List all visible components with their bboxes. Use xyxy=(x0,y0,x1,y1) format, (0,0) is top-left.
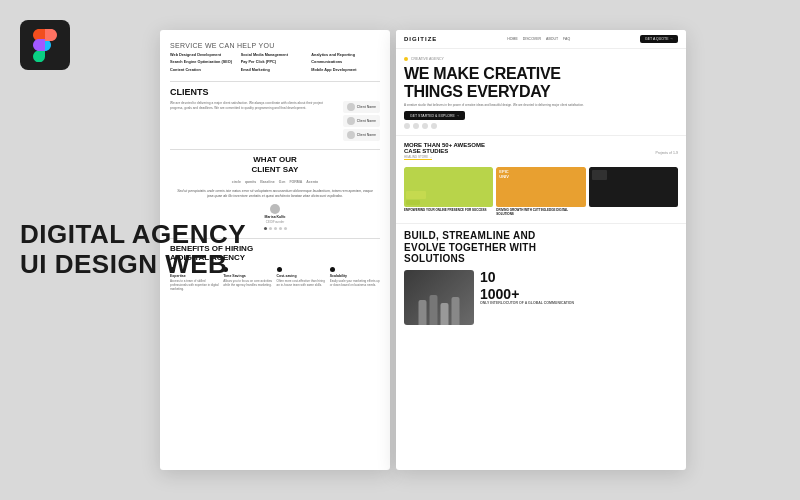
build-title: BUILD, STREAMLINE AND EVOLVE TOGETHER WI… xyxy=(404,230,678,265)
avatar xyxy=(347,117,355,125)
list-item: Email Marketing xyxy=(241,68,310,73)
client-card: Client Name xyxy=(343,115,380,127)
client-card: Client Name xyxy=(343,129,380,141)
build-image xyxy=(404,270,474,325)
clients-content: We are devoted to delivering a major cli… xyxy=(170,101,380,141)
case-image-3 xyxy=(589,167,678,207)
case-image-2: EPICUNIV xyxy=(496,167,585,207)
nav-logo: DIGITIZE xyxy=(404,36,437,42)
case-label-2: DRIVING GROWTH WITH CUTTING-EDGE DIGITAL… xyxy=(496,209,585,217)
list-item: Web Designed Development xyxy=(170,53,239,58)
dot-4[interactable] xyxy=(279,227,282,230)
benefit-item: Scalability Easily scale your marketing … xyxy=(330,267,380,292)
right-page: DIGITIZE HOME DISCOVER ABOUT FAQ GET A Q… xyxy=(396,30,686,470)
quote-text: Sed ut perspiciatis unde omnis iste natu… xyxy=(170,189,380,200)
list-item: Communications xyxy=(311,60,380,65)
avatar xyxy=(347,131,355,139)
benefit-dot xyxy=(277,267,282,272)
case-image-1 xyxy=(404,167,493,207)
case-card-2: EPICUNIV DRIVING GROWTH WITH CUTTING-EDG… xyxy=(496,167,585,217)
navbar: DIGITIZE HOME DISCOVER ABOUT FAQ GET A Q… xyxy=(396,30,686,49)
case-studies-section: MORE THAN 50+ AWESOME CASE STUDIES HEALI… xyxy=(396,135,686,223)
service-grid: Web Designed Development Social Media Ma… xyxy=(170,53,380,73)
hero-section: CREATIVE AGENCY WE MAKE CREATIVE THINGS … xyxy=(396,49,686,135)
hero-title: WE MAKE CREATIVE THINGS EVERYDAY xyxy=(404,65,678,100)
left-label: DIGITAL AGENCY UI DESIGN WEB xyxy=(20,220,246,280)
testimonial-title: WHAT OUR CLIENT SAY xyxy=(170,155,380,174)
build-image-bg xyxy=(404,270,474,325)
list-item: Search Engine Optimization (SEO) xyxy=(170,60,239,65)
stat-1: 10 xyxy=(480,270,574,284)
list-item: Pay Per Click (PPC) xyxy=(241,60,310,65)
case-header: MORE THAN 50+ AWESOME CASE STUDIES HEALI… xyxy=(404,142,678,163)
nav-link-about[interactable]: ABOUT xyxy=(546,37,558,41)
benefit-dot xyxy=(330,267,335,272)
case-overlay-text: EPICUNIV xyxy=(499,170,509,179)
instagram-icon[interactable] xyxy=(422,123,428,129)
author-role: CEO/Founder xyxy=(266,220,285,224)
avatar xyxy=(347,103,355,111)
nav-cta-button[interactable]: GET A QUOTE → xyxy=(640,35,678,43)
case-title: MORE THAN 50+ AWESOME CASE STUDIES HEALI… xyxy=(404,142,485,163)
stat-number-2: 1000+ xyxy=(480,287,574,301)
stat-2: 1000+ ONLY INTERLOCUTOR OF A GLOBAL COMM… xyxy=(480,287,574,306)
dot-5[interactable] xyxy=(284,227,287,230)
author-name: Marisa Kulfo xyxy=(264,215,285,219)
page-title-line2: UI DESIGN WEB xyxy=(20,250,246,280)
build-section: BUILD, STREAMLINE AND EVOLVE TOGETHER WI… xyxy=(396,223,686,331)
service-section: SERVICE WE CAN HELP YOU Web Designed Dev… xyxy=(170,42,380,73)
logos-row: circle qamits Baseline G.m FORMA Acento xyxy=(170,180,380,184)
clients-text: We are devoted to delivering a major cli… xyxy=(170,101,337,111)
hero-tag-label: CREATIVE AGENCY xyxy=(411,57,444,61)
list-item: Mobile App Development xyxy=(311,68,380,73)
build-bottom: 10 1000+ ONLY INTERLOCUTOR OF A GLOBAL C… xyxy=(404,270,678,325)
case-cards-grid: EMPOWERING YOUR ONLINE PRESENCE FOR SUCC… xyxy=(404,167,678,217)
nav-link-discover[interactable]: DISCOVER xyxy=(523,37,541,41)
nav-link-faq[interactable]: FAQ xyxy=(563,37,570,41)
divider xyxy=(170,149,380,150)
linkedin-icon[interactable] xyxy=(431,123,437,129)
canvas: DIGITAL AGENCY UI DESIGN WEB SERVICE WE … xyxy=(0,0,800,500)
list-item: Social Media Management xyxy=(241,53,310,58)
hero-tag: CREATIVE AGENCY xyxy=(404,57,678,61)
case-card-1: EMPOWERING YOUR ONLINE PRESENCE FOR SUCC… xyxy=(404,167,493,217)
clients-cards: Client Name Client Name Client Name xyxy=(343,101,380,141)
list-item: Content Creation xyxy=(170,68,239,73)
case-count: Projects of 1-9 xyxy=(655,151,678,155)
client-card: Client Name xyxy=(343,101,380,113)
author-avatar xyxy=(270,204,280,214)
stat-label-2: ONLY INTERLOCUTOR OF A GLOBAL COMMUNICAT… xyxy=(480,301,574,306)
facebook-icon[interactable] xyxy=(404,123,410,129)
nav-link-home[interactable]: HOME xyxy=(507,37,518,41)
list-item: Analytics and Reporting xyxy=(311,53,380,58)
clients-title: CLIENTS xyxy=(170,87,380,97)
hero-subtitle: A creative studio that believes in the p… xyxy=(404,103,678,107)
service-title: SERVICE WE CAN HELP YOU xyxy=(170,42,380,49)
page-title-line1: DIGITAL AGENCY xyxy=(20,220,246,250)
figma-icon xyxy=(20,20,70,70)
benefit-item: Cost-saving Often more cost-effective th… xyxy=(277,267,327,292)
case-card-3 xyxy=(589,167,678,217)
nav-links: HOME DISCOVER ABOUT FAQ xyxy=(507,37,570,41)
divider xyxy=(170,81,380,82)
dot-2[interactable] xyxy=(269,227,272,230)
stat-number-1: 10 xyxy=(480,270,574,284)
view-all-link[interactable]: HEALING STORE → xyxy=(404,155,432,160)
dot-3[interactable] xyxy=(274,227,277,230)
twitter-icon[interactable] xyxy=(413,123,419,129)
case-label-1: EMPOWERING YOUR ONLINE PRESENCE FOR SUCC… xyxy=(404,209,493,213)
clients-section: CLIENTS We are devoted to delivering a m… xyxy=(170,87,380,141)
hero-dot xyxy=(404,57,408,61)
hero-cta-button[interactable]: GET STARTED & EXPLORE → xyxy=(404,111,465,120)
build-stats: 10 1000+ ONLY INTERLOCUTOR OF A GLOBAL C… xyxy=(480,270,574,325)
dot-1[interactable] xyxy=(264,227,267,230)
social-icons xyxy=(404,123,678,129)
